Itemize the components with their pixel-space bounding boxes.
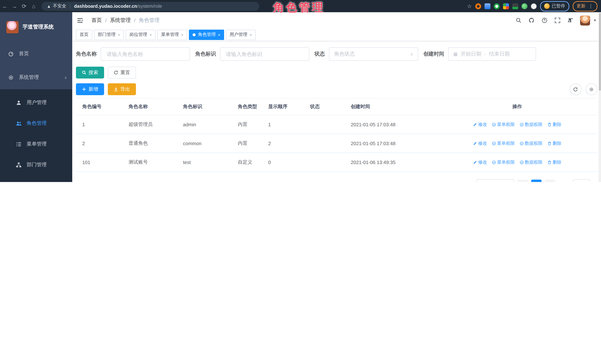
user-avatar[interactable]	[580, 15, 590, 25]
extension-icon[interactable]	[512, 3, 518, 9]
help-icon[interactable]	[541, 17, 548, 24]
role-key-input[interactable]	[225, 51, 304, 57]
extension-icon[interactable]	[475, 3, 481, 9]
close-icon[interactable]: ×	[118, 32, 120, 37]
bookmark-star-icon[interactable]: ☆	[467, 3, 472, 9]
data-permission-link[interactable]: 数据权限	[520, 140, 543, 147]
security-warning[interactable]: ▲ 不安全	[47, 3, 66, 9]
refresh-button[interactable]	[570, 83, 581, 95]
edit-link[interactable]: 修改	[473, 140, 487, 147]
data-permission-link[interactable]: 数据权限	[520, 159, 543, 165]
add-button[interactable]: 新增	[76, 83, 104, 95]
update-label: 更新	[577, 3, 585, 9]
role-key-cell: test	[177, 159, 231, 165]
edit-link[interactable]: 修改	[473, 121, 487, 128]
status-select[interactable]: 角色状态 ∨	[329, 47, 418, 61]
sidebar-item-label: 首页	[19, 50, 29, 57]
export-button[interactable]: 导出	[108, 83, 136, 95]
address-bar[interactable]: ▲ 不安全 dashboard.yudao.iocoder.cn/system/…	[41, 2, 259, 10]
tab-users[interactable]: 用户管理×	[226, 30, 256, 40]
role-name-label: 角色名称	[76, 51, 97, 57]
browser-menu-icon[interactable]: ⋮	[588, 3, 593, 9]
scrollbar-thumb[interactable]	[599, 13, 601, 91]
extension-icon[interactable]	[494, 3, 500, 9]
extension-icon[interactable]	[531, 3, 537, 9]
reset-button[interactable]: 重置	[108, 67, 136, 79]
list-icon	[16, 141, 21, 147]
content: 角色名称 角色标识 状态 角色状态 ∨ 创建时间 ▦	[72, 41, 601, 182]
extension-icon[interactable]	[521, 3, 527, 9]
breadcrumb: 首页 / 系统管理 / 角色管理	[91, 17, 160, 24]
edit-link[interactable]: 修改	[473, 159, 487, 165]
sidebar-item-departments[interactable]: 部门管理	[0, 154, 72, 175]
breadcrumb-home[interactable]: 首页	[91, 17, 102, 24]
breadcrumb-system[interactable]: 系统管理	[110, 17, 131, 24]
delete-link[interactable]: 删除	[548, 140, 561, 147]
export-button-label: 导出	[120, 86, 130, 93]
sidebar-item-system[interactable]: 系统管理 ∧	[0, 66, 72, 89]
tab-label: 菜单管理	[161, 31, 179, 38]
search-button[interactable]: 搜索	[76, 67, 104, 79]
browser-forward-icon[interactable]: →	[10, 3, 19, 9]
search-icon[interactable]	[515, 17, 522, 24]
goto-page-input[interactable]	[573, 179, 590, 182]
browser-update-button[interactable]: 更新 ⋮	[572, 1, 597, 11]
hamburger-icon[interactable]	[77, 17, 83, 24]
actions-cell: 修改 菜单权限 数据权限 删除	[437, 121, 597, 128]
column-settings-button[interactable]	[585, 83, 597, 95]
menu-permission-link[interactable]: 菜单权限	[492, 140, 515, 147]
search-icon	[82, 70, 86, 75]
scrollbar[interactable]	[598, 12, 601, 182]
menu-permission-link[interactable]: 菜单权限	[492, 159, 515, 165]
warning-icon: ▲	[47, 3, 51, 9]
next-page-button[interactable]: ›	[545, 180, 555, 182]
tab-roles[interactable]: 角色管理×	[189, 30, 224, 40]
sidebar-item-users[interactable]: 用户管理	[0, 92, 72, 113]
refresh-icon	[573, 87, 578, 92]
browser-home-icon[interactable]: ⌂	[29, 3, 39, 9]
circle-check-icon	[520, 122, 524, 127]
menu-permission-link[interactable]: 菜单权限	[492, 121, 515, 128]
chevron-down-icon[interactable]: ▼	[593, 19, 597, 22]
main-area: 首页 / 系统管理 / 角色管理 ▼ 首页	[72, 12, 601, 182]
data-permission-link[interactable]: 数据权限	[520, 121, 543, 128]
column-header: 状态	[304, 103, 344, 110]
trash-icon	[548, 122, 551, 127]
date-range-picker[interactable]: ▦ 开始日期 - 结束日期	[448, 47, 536, 61]
role-sort-cell: 2	[262, 140, 304, 146]
fullscreen-icon[interactable]	[554, 17, 561, 24]
column-header: 角色标识	[177, 103, 231, 110]
tab-menus[interactable]: 菜单管理×	[157, 30, 187, 40]
close-icon[interactable]: ×	[218, 32, 220, 37]
extension-icon[interactable]	[484, 3, 490, 9]
close-icon[interactable]: ×	[181, 32, 183, 37]
tab-label: 用户管理	[230, 31, 247, 38]
browser-back-icon[interactable]: ←	[0, 3, 10, 9]
download-icon	[114, 87, 118, 91]
browser-reload-icon[interactable]: ⟳	[19, 3, 29, 10]
sidebar-item-posts[interactable]: 岗位管理	[0, 175, 72, 182]
tab-posts[interactable]: 岗位管理×	[126, 30, 156, 40]
extension-icon[interactable]	[503, 3, 509, 9]
menu-permission-label: 菜单权限	[497, 140, 515, 147]
tab-departments[interactable]: 部门管理×	[94, 30, 124, 40]
sidebar-item-home[interactable]: 首页	[0, 42, 72, 66]
page-1-button[interactable]: 1	[531, 180, 541, 182]
close-icon[interactable]: ×	[150, 32, 152, 37]
font-size-icon[interactable]	[567, 17, 574, 24]
delete-link[interactable]: 删除	[548, 121, 561, 128]
page-size-select[interactable]: 10条/页 ∨	[476, 179, 514, 182]
role-name-cell: 测试账号	[122, 159, 177, 166]
sidebar-item-roles[interactable]: 角色管理	[0, 113, 72, 134]
tab-home[interactable]: 首页	[76, 30, 92, 40]
delete-link[interactable]: 删除	[548, 159, 561, 165]
profile-chip[interactable]: 已暂停	[540, 1, 569, 11]
app-logo[interactable]: 芋道管理系统	[0, 12, 72, 42]
role-sort-cell: 0	[262, 159, 304, 165]
github-icon[interactable]	[528, 17, 535, 24]
sidebar-item-menus[interactable]: 菜单管理	[0, 134, 72, 154]
status-label: 状态	[314, 51, 325, 57]
prev-page-button[interactable]: ‹	[517, 180, 528, 182]
role-name-input[interactable]	[106, 51, 185, 57]
close-icon[interactable]: ×	[250, 32, 252, 37]
